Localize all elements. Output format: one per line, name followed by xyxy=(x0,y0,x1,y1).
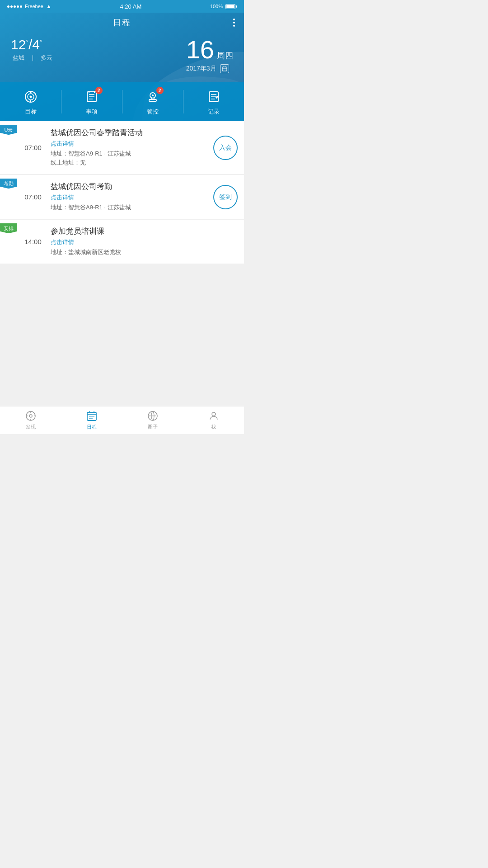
nav-item-discover[interactable]: 发现 xyxy=(0,406,61,434)
list-icon: 2 xyxy=(84,89,100,105)
svg-point-6 xyxy=(29,96,32,98)
quick-item-target[interactable]: 目标 xyxy=(0,82,61,121)
nav-item-schedule[interactable]: 日程 xyxy=(61,406,122,434)
svg-rect-29 xyxy=(87,412,96,420)
weather-condition: 多云 xyxy=(41,54,52,61)
weather-location: 盐城 ｜ 多云 xyxy=(11,54,177,62)
nav-label-circle: 圈子 xyxy=(148,424,158,430)
schedule-time-2: 07:00 xyxy=(17,175,49,219)
status-left: Freebee ▲ xyxy=(7,3,52,9)
svg-point-17 xyxy=(152,94,154,96)
date-month-row: 2017年3月 xyxy=(186,64,233,73)
join-button[interactable]: 入会 xyxy=(213,136,238,160)
weather-section: 12°/4° 盐城 ｜ 多云 xyxy=(11,37,177,62)
tag-label-1: U云 xyxy=(0,125,17,135)
empty-area xyxy=(0,264,244,337)
date-day: 16 xyxy=(186,37,214,62)
battery-icon xyxy=(225,4,237,9)
svg-rect-0 xyxy=(222,67,227,71)
quick-item-list[interactable]: 2 事项 xyxy=(61,82,122,121)
weather-temp: 12°/4° xyxy=(11,37,177,52)
schedule-addr-3: 地址：盐城城南新区老党校 xyxy=(51,248,208,256)
schedule-title-3: 参加党员培训课 xyxy=(51,226,208,236)
schedule-addr-2: 地址：智慧谷A9-R1 · 江苏盐城 xyxy=(51,203,208,212)
tag-label-3: 安排 xyxy=(0,223,17,233)
quick-item-record[interactable]: 记录 xyxy=(183,82,244,121)
quick-item-stamp[interactable]: 2 管控 xyxy=(122,82,183,121)
checkin-button[interactable]: 签到 xyxy=(213,185,238,209)
date-weekday: 周四 xyxy=(217,50,233,61)
nav-item-circle[interactable]: 圈子 xyxy=(122,406,183,434)
date-section: 16 周四 2017年3月 xyxy=(177,37,233,73)
city-label: 盐城 xyxy=(13,54,24,61)
temp-unit-2: ° xyxy=(40,38,42,46)
nav-label-discover: 发现 xyxy=(26,424,36,430)
header: 日程 12°/4° 盐城 ｜ 多云 16 周四 2017年3月 xyxy=(0,13,244,121)
schedule-item-3: 安排 14:00 参加党员培训课 点击详情 地址：盐城城南新区老党校 xyxy=(0,220,244,264)
date-month: 2017年3月 xyxy=(186,65,216,73)
schedule-body-1: 盐城优因公司春季踏青活动 点击详情 地址：智慧谷A9-R1 · 江苏盐城 线上地… xyxy=(49,121,212,174)
schedule-action-1: 入会 xyxy=(212,121,244,174)
header-content: 12°/4° 盐城 ｜ 多云 16 周四 2017年3月 xyxy=(0,33,244,82)
svg-point-37 xyxy=(212,412,216,416)
quick-label-stamp: 管控 xyxy=(147,108,159,116)
carrier-label: Freebee xyxy=(25,4,43,9)
tag-label-2: 考勤 xyxy=(0,179,17,189)
calendar-icon[interactable] xyxy=(220,64,229,73)
nav-item-profile[interactable]: 我 xyxy=(183,406,244,434)
schedule-tag-1: U云 xyxy=(0,121,17,174)
nav-label-profile: 我 xyxy=(211,424,216,430)
schedule-item-1: U云 07:00 盐城优因公司春季踏青活动 点击详情 地址：智慧谷A9-R1 ·… xyxy=(0,121,244,174)
schedule-addr-online-1: 线上地址：无 xyxy=(51,159,208,167)
temp-low: 4 xyxy=(32,37,40,52)
stamp-icon: 2 xyxy=(145,89,161,105)
quick-label-record: 记录 xyxy=(208,108,220,116)
target-icon xyxy=(23,89,39,105)
temp-high: 12 xyxy=(11,37,26,52)
status-time: 4:20 AM xyxy=(120,3,142,10)
quick-label-target: 目标 xyxy=(25,108,37,116)
schedule-item-2: 考勤 07:00 盐城优因公司考勤 点击详情 地址：智慧谷A9-R1 · 江苏盐… xyxy=(0,175,244,219)
bottom-nav: 发现 日程 圈子 xyxy=(0,406,244,434)
profile-nav-icon xyxy=(208,410,220,422)
record-icon xyxy=(206,89,222,105)
schedule-link-2[interactable]: 点击详情 xyxy=(51,193,208,202)
schedule-title-2: 盐城优因公司考勤 xyxy=(51,181,208,192)
circle-nav-icon xyxy=(147,410,159,422)
schedule-action-3 xyxy=(212,220,244,264)
list-badge: 2 xyxy=(95,87,103,94)
battery-percent: 100% xyxy=(210,4,223,9)
schedule-nav-icon xyxy=(86,410,98,422)
svg-point-24 xyxy=(29,415,32,417)
wifi-icon: ▲ xyxy=(46,3,52,9)
quick-label-list: 事项 xyxy=(86,108,98,116)
header-title-bar: 日程 xyxy=(0,13,244,33)
schedule-action-2: 签到 xyxy=(212,175,244,219)
stamp-badge: 2 xyxy=(156,87,164,94)
status-bar: Freebee ▲ 4:20 AM 100% xyxy=(0,0,244,13)
quick-bar: 目标 2 事项 xyxy=(0,82,244,121)
more-button[interactable] xyxy=(233,19,235,27)
schedule-addr-1: 地址：智慧谷A9-R1 · 江苏盐城 xyxy=(51,150,208,158)
schedule-link-1[interactable]: 点击详情 xyxy=(51,140,208,148)
nav-label-schedule: 日程 xyxy=(87,424,97,430)
schedule-link-3[interactable]: 点击详情 xyxy=(51,238,208,246)
temp-unit-1: ° xyxy=(26,38,28,46)
status-right: 100% xyxy=(210,4,237,9)
page-title: 日程 xyxy=(113,17,131,28)
schedule-body-3: 参加党员培训课 点击详情 地址：盐城城南新区老党校 xyxy=(49,220,212,264)
schedule-tag-3: 安排 xyxy=(0,220,17,264)
schedule-time-3: 14:00 xyxy=(17,220,49,264)
schedule-title-1: 盐城优因公司春季踏青活动 xyxy=(51,127,208,138)
date-day-row: 16 周四 xyxy=(186,37,233,62)
discover-icon xyxy=(25,410,37,422)
svg-rect-18 xyxy=(151,98,154,99)
signal-icon xyxy=(7,5,22,8)
schedule-tag-2: 考勤 xyxy=(0,175,17,219)
schedule-body-2: 盐城优因公司考勤 点击详情 地址：智慧谷A9-R1 · 江苏盐城 xyxy=(49,175,212,219)
schedule-list: U云 07:00 盐城优因公司春季踏青活动 点击详情 地址：智慧谷A9-R1 ·… xyxy=(0,121,244,264)
schedule-time-1: 07:00 xyxy=(17,121,49,174)
